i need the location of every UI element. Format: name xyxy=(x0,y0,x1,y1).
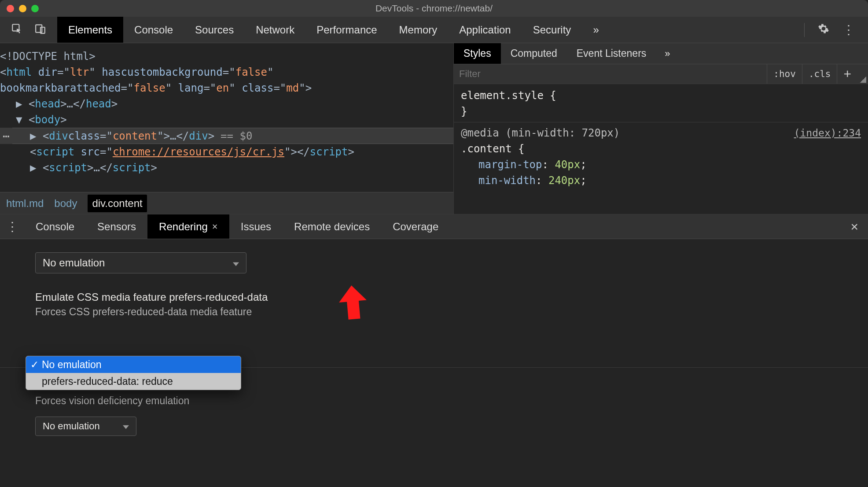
dom-tree[interactable]: <!DOCTYPE html> <html dir="ltr" hascusto… xyxy=(0,43,453,176)
kebab-menu-icon[interactable]: ⋮ xyxy=(842,22,855,37)
selector-content: .content { xyxy=(461,141,861,157)
zoom-window-icon[interactable] xyxy=(31,5,39,12)
drawer-tab-issues[interactable]: Issues xyxy=(229,214,283,239)
drawer-menu-icon[interactable]: ⋮ xyxy=(0,214,24,239)
attr-hcb: false xyxy=(235,66,267,78)
attr-dir: ltr xyxy=(70,66,89,78)
cls-toggle[interactable]: .cls xyxy=(802,64,837,84)
element-style-header: element.style { xyxy=(461,88,861,103)
brace-close: } xyxy=(461,103,861,119)
prefers-reduced-data-dropdown: No emulation prefers-reduced-data: reduc… xyxy=(26,356,241,390)
new-style-rule-icon[interactable]: + xyxy=(837,64,857,84)
breadcrumb-body[interactable]: body xyxy=(54,197,77,210)
val-margin-top[interactable]: 40px xyxy=(555,159,580,171)
section-prefers-reduced-data-desc: Forces CSS prefers-reduced-data media fe… xyxy=(35,306,868,318)
drawer-tab-rendering[interactable]: Rendering × xyxy=(147,214,229,239)
toolbar-separator xyxy=(804,23,805,37)
rendering-panel: No emulation Emulate CSS media feature p… xyxy=(0,239,868,436)
tab-memory[interactable]: Memory xyxy=(388,17,449,43)
tab-console[interactable]: Console xyxy=(123,17,184,43)
attr-lang: en xyxy=(216,82,229,94)
val-min-width[interactable]: 240px xyxy=(548,174,580,187)
window-controls xyxy=(7,5,39,12)
vision-deficiencies-select[interactable]: No emulation xyxy=(35,417,136,436)
breadcrumb-html[interactable]: html.md xyxy=(6,197,44,210)
eq0-badge: == $0 xyxy=(221,128,252,144)
vision-deficiencies-select-value: No emulation xyxy=(43,421,100,432)
attr-content-class: content xyxy=(113,128,157,144)
window-titlebar: DevTools - chrome://newtab/ xyxy=(0,0,868,17)
section-vision-deficiencies-desc: Forces vision deficiency emulation xyxy=(35,395,868,407)
panel-tabs: Elements Console Sources Network Perform… xyxy=(57,17,610,43)
tab-security[interactable]: Security xyxy=(522,17,582,43)
chevron-down-icon xyxy=(123,421,129,432)
tab-overflow-icon[interactable]: » xyxy=(582,17,610,43)
dom-tree-pane: <!DOCTYPE html> <html dir="ltr" hascusto… xyxy=(0,43,453,214)
drawer-tab-remote-devices[interactable]: Remote devices xyxy=(283,214,381,239)
tab-sources[interactable]: Sources xyxy=(184,17,245,43)
minimize-window-icon[interactable] xyxy=(19,5,26,12)
chevron-down-icon xyxy=(233,257,239,269)
close-tab-icon[interactable]: × xyxy=(212,221,218,232)
drawer-close-icon[interactable]: × xyxy=(841,214,868,239)
tab-application[interactable]: Application xyxy=(448,17,522,43)
tab-elements[interactable]: Elements xyxy=(57,17,123,43)
devtools-main-toolbar: Elements Console Sources Network Perform… xyxy=(0,17,868,43)
drawer-tab-rendering-label: Rendering xyxy=(159,221,208,233)
tab-network[interactable]: Network xyxy=(245,17,305,43)
script-src-link[interactable]: chrome://resources/js/cr.js xyxy=(113,146,284,158)
window-title: DevTools - chrome://newtab/ xyxy=(0,3,868,14)
rule-source-link[interactable]: (index):234 xyxy=(794,125,861,141)
breadcrumb: html.md body div.content xyxy=(0,192,453,214)
styles-filter-input[interactable] xyxy=(459,68,767,80)
breadcrumb-div-content[interactable]: div.content xyxy=(88,195,147,212)
rendering-top-select-value: No emulation xyxy=(43,257,105,269)
svg-rect-1 xyxy=(36,25,42,32)
inspect-element-icon[interactable] xyxy=(11,23,22,37)
tab-performance[interactable]: Performance xyxy=(305,17,388,43)
drawer-tab-console[interactable]: Console xyxy=(24,214,86,239)
css-rules[interactable]: element.style { } (index):234 @media (mi… xyxy=(454,84,868,192)
drawer-tab-sensors[interactable]: Sensors xyxy=(86,214,147,239)
styles-pane: Styles Computed Event Listeners » :hov .… xyxy=(453,43,868,214)
device-toolbar-icon[interactable] xyxy=(35,23,46,37)
tab-event-listeners[interactable]: Event Listeners xyxy=(567,43,656,64)
dropdown-option-reduce[interactable]: prefers-reduced-data: reduce xyxy=(26,373,241,390)
rendering-top-select[interactable]: No emulation xyxy=(35,252,246,273)
dom-doctype: <!DOCTYPE html> xyxy=(0,50,96,63)
attr-class: md xyxy=(286,82,299,94)
selected-node-gutter-icon[interactable]: ⋯ xyxy=(0,128,12,144)
prop-margin-top[interactable]: margin-top xyxy=(478,159,542,171)
drawer: ⋮ Console Sensors Rendering × Issues Rem… xyxy=(0,214,868,487)
elements-panel: <!DOCTYPE html> <html dir="ltr" hascusto… xyxy=(0,43,868,214)
section-prefers-reduced-data-title: Emulate CSS media feature prefers-reduce… xyxy=(35,291,868,303)
dropdown-option-no-emulation[interactable]: No emulation xyxy=(26,356,241,373)
attr-bba: false xyxy=(133,82,165,94)
prop-min-width[interactable]: min-width xyxy=(478,174,536,187)
close-window-icon[interactable] xyxy=(7,5,14,12)
tab-styles[interactable]: Styles xyxy=(454,43,501,64)
resize-corner-icon[interactable] xyxy=(860,77,866,83)
hov-toggle[interactable]: :hov xyxy=(767,64,802,84)
dom-selected-node[interactable]: ▶ <div class="content">…</div>== $0 xyxy=(0,128,453,144)
tab-computed[interactable]: Computed xyxy=(501,43,567,64)
drawer-tab-coverage[interactable]: Coverage xyxy=(381,214,450,239)
settings-gear-icon[interactable] xyxy=(818,23,829,37)
styles-tabs-overflow-icon[interactable]: » xyxy=(656,43,679,64)
media-rule: @media (min-width: 720px) xyxy=(461,127,620,139)
